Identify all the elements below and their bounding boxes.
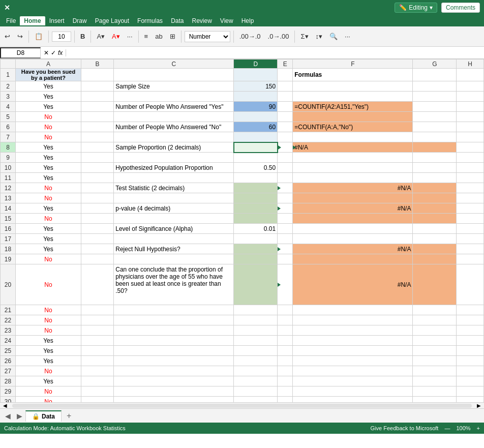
cell-g14[interactable] xyxy=(413,203,457,214)
cell-e2[interactable] xyxy=(278,81,293,92)
cancel-formula-icon[interactable]: ✕ xyxy=(44,49,49,56)
cell-e1[interactable] xyxy=(278,69,293,81)
cell-h8[interactable] xyxy=(457,142,484,153)
cell-f14[interactable]: #N/A xyxy=(293,203,413,214)
cell-f11[interactable] xyxy=(293,173,413,183)
menu-item-page-layout[interactable]: Page Layout xyxy=(91,16,133,25)
row-header-20[interactable]: 20 xyxy=(1,264,16,305)
row-header-8[interactable]: 8 xyxy=(1,142,16,153)
undo-button[interactable]: ↩ xyxy=(2,31,13,42)
font-color-button[interactable]: A▾ xyxy=(109,31,123,42)
cell-g1[interactable] xyxy=(413,69,457,81)
cell-a3[interactable]: Yes xyxy=(16,92,81,102)
cell-e17[interactable] xyxy=(278,234,293,244)
cell-f10[interactable] xyxy=(293,163,413,173)
cell-g11[interactable] xyxy=(413,173,457,183)
cell-c15[interactable] xyxy=(114,214,234,224)
menu-item-help[interactable]: Help xyxy=(237,16,258,25)
col-header-b[interactable]: B xyxy=(81,59,113,69)
cell-h5[interactable] xyxy=(457,112,484,122)
cell-g2[interactable] xyxy=(413,81,457,92)
col-header-a[interactable]: A xyxy=(16,59,81,69)
cell-a6[interactable]: No xyxy=(16,122,81,132)
cell-b1[interactable] xyxy=(81,69,113,81)
cell-e20[interactable] xyxy=(278,264,293,305)
add-sheet-button[interactable]: + xyxy=(63,410,75,422)
cell-d1[interactable] xyxy=(234,69,278,81)
cell-a16[interactable]: Yes xyxy=(16,224,81,234)
cell-b4[interactable] xyxy=(81,102,113,112)
row-header-5[interactable]: 5 xyxy=(1,112,16,122)
cell-reference-input[interactable] xyxy=(0,47,41,58)
row-header-4[interactable]: 4 xyxy=(1,102,16,112)
cell-e6[interactable] xyxy=(278,122,293,132)
cell-d14[interactable] xyxy=(234,203,278,214)
cell-g15[interactable] xyxy=(413,214,457,224)
sum-button[interactable]: Σ▾ xyxy=(298,31,311,42)
zoom-in-icon[interactable]: + xyxy=(477,425,480,431)
merge-button[interactable]: ⊞ xyxy=(167,31,178,42)
cell-h16[interactable] xyxy=(457,224,484,234)
cell-g17[interactable] xyxy=(413,234,457,244)
formula-input[interactable] xyxy=(66,48,484,57)
cell-g9[interactable] xyxy=(413,153,457,163)
cell-b20[interactable] xyxy=(81,264,113,305)
cell-e10[interactable] xyxy=(278,163,293,173)
cell-d12[interactable] xyxy=(234,183,278,193)
cell-b13[interactable] xyxy=(81,193,113,203)
row-header-11[interactable]: 11 xyxy=(1,173,16,183)
row-header-2[interactable]: 2 xyxy=(1,81,16,92)
row-header-17[interactable]: 17 xyxy=(1,234,16,244)
cell-g6[interactable] xyxy=(413,122,457,132)
cell-a19[interactable]: No xyxy=(16,254,81,264)
cell-e14[interactable] xyxy=(278,203,293,214)
cell-c12[interactable]: Test Statistic (2 decimals) xyxy=(114,183,234,193)
cell-c19[interactable] xyxy=(114,254,234,264)
sort-button[interactable]: ↕▾ xyxy=(313,31,325,42)
increase-decimal-button[interactable]: .0→.00 xyxy=(265,31,292,42)
cell-f16[interactable] xyxy=(293,224,413,234)
cell-f9[interactable] xyxy=(293,153,413,163)
menu-item-draw[interactable]: Draw xyxy=(69,16,91,25)
cell-f5[interactable] xyxy=(293,112,413,122)
cell-b18[interactable] xyxy=(81,244,113,254)
cell-a17[interactable]: Yes xyxy=(16,234,81,244)
cell-b5[interactable] xyxy=(81,112,113,122)
cell-c16[interactable]: Level of Significance (Alpha) xyxy=(114,224,234,234)
cell-a5[interactable]: No xyxy=(16,112,81,122)
cell-d7[interactable] xyxy=(234,132,278,142)
cell-e11[interactable] xyxy=(278,173,293,183)
horizontal-scrollbar[interactable]: ◀ ▶ xyxy=(0,402,484,408)
cell-d17[interactable] xyxy=(234,234,278,244)
col-header-f[interactable]: F xyxy=(293,59,413,69)
cell-a15[interactable]: No xyxy=(16,214,81,224)
row-header-19[interactable]: 19 xyxy=(1,254,16,264)
comments-button[interactable]: Comments xyxy=(441,3,480,13)
insert-function-icon[interactable]: fx xyxy=(58,49,63,56)
cell-g20[interactable] xyxy=(413,264,457,305)
cell-h6[interactable] xyxy=(457,122,484,132)
font-size-input[interactable] xyxy=(52,32,71,42)
cell-f13[interactable] xyxy=(293,193,413,203)
row-header-18[interactable]: 18 xyxy=(1,244,16,254)
cell-f12[interactable]: #N/A xyxy=(293,183,413,193)
cell-a2[interactable]: Yes xyxy=(16,81,81,92)
bold-button[interactable]: B xyxy=(78,31,87,42)
feedback-text[interactable]: Give Feedback to Microsoft xyxy=(371,425,439,431)
cell-a12[interactable]: No xyxy=(16,183,81,193)
cell-f3[interactable] xyxy=(293,92,413,102)
row-header-12[interactable]: 12 xyxy=(1,183,16,193)
cell-b11[interactable] xyxy=(81,173,113,183)
cell-b19[interactable] xyxy=(81,254,113,264)
row-header-3[interactable]: 3 xyxy=(1,92,16,102)
cell-e4[interactable] xyxy=(278,102,293,112)
cell-f6[interactable]: =COUNTIF(A:A,"No") xyxy=(293,122,413,132)
cell-d4[interactable]: 90 xyxy=(234,102,278,112)
cell-h20[interactable] xyxy=(457,264,484,305)
wrap-button[interactable]: ab xyxy=(153,31,165,42)
cell-d16[interactable]: 0.01 xyxy=(234,224,278,234)
cell-g8[interactable] xyxy=(413,142,457,153)
col-header-d[interactable]: D xyxy=(234,59,278,69)
cell-g7[interactable] xyxy=(413,132,457,142)
cell-c20[interactable]: Can one conclude that the proportion of … xyxy=(114,264,234,305)
